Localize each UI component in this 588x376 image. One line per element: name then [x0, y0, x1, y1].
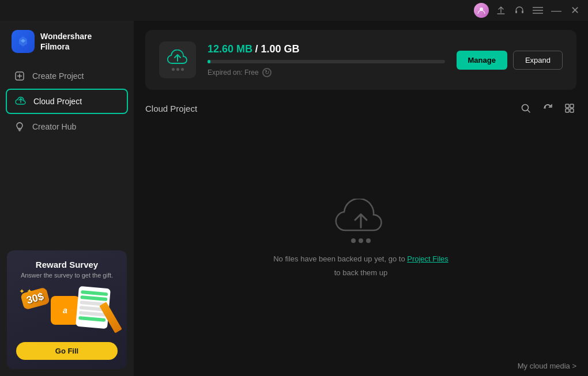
creator-hub-label: Creator Hub — [32, 122, 76, 131]
lightbulb-icon — [14, 121, 25, 132]
sidebar-item-create-project[interactable]: Create Project — [6, 64, 128, 88]
create-project-label: Create Project — [32, 71, 84, 81]
minimize-button[interactable]: — — [550, 4, 563, 17]
storage-card: 12.60 MB / 1.00 GB Expired on: Free ↻ Ma… — [145, 30, 576, 90]
storage-info: 12.60 MB / 1.00 GB Expired on: Free ↻ — [208, 43, 445, 77]
storage-actions: Manage Expand — [457, 51, 563, 70]
empty-state: No files have been backed up yet, go to … — [134, 122, 588, 356]
reward-subtitle: Answer the survey to get the gift. — [16, 272, 118, 279]
sidebar-item-creator-hub[interactable]: Creator Hub — [6, 115, 128, 138]
refresh-icon[interactable] — [541, 101, 555, 115]
section-title: Cloud Project — [145, 104, 197, 113]
project-files-link[interactable]: Project Files — [407, 255, 448, 263]
content-footer: My cloud media > — [134, 356, 588, 376]
svg-rect-17 — [570, 109, 574, 112]
reward-image: ✦ ✦ 30$ a — [16, 284, 118, 336]
storage-used: 12.60 MB — [208, 43, 252, 55]
empty-cloud-icon — [335, 199, 387, 243]
icon-base-dots — [351, 238, 371, 243]
cloud-upload-icon — [15, 96, 27, 107]
search-icon[interactable] — [519, 101, 533, 115]
headset-icon[interactable] — [513, 4, 526, 17]
svg-rect-14 — [566, 104, 569, 108]
upload-icon[interactable] — [495, 4, 507, 17]
my-cloud-media-link[interactable]: My cloud media > — [518, 362, 576, 370]
svg-point-6 — [22, 39, 24, 41]
svg-rect-2 — [522, 10, 523, 13]
manage-button[interactable]: Manage — [457, 51, 507, 70]
main-content: 12.60 MB / 1.00 GB Expired on: Free ↻ Ma… — [134, 21, 588, 376]
reward-survey-card: Reward Survey Answer the survey to get t… — [7, 250, 127, 369]
svg-rect-1 — [515, 10, 517, 13]
go-fill-button[interactable]: Go Fill — [16, 342, 118, 360]
logo-area: Wondershare Filmora — [0, 21, 134, 64]
window-controls: — ✕ — [474, 3, 581, 18]
svg-rect-15 — [570, 104, 574, 108]
icon-dots — [172, 68, 184, 71]
cloud-project-label: Cloud Project — [33, 97, 82, 106]
sidebar-nav: Create Project Cloud Project — [0, 64, 134, 138]
content-header: Cloud Project — [134, 97, 588, 122]
storage-expired-label: Expired on: Free ↻ — [208, 68, 445, 77]
storage-bar-fill — [208, 60, 210, 63]
plus-square-icon — [14, 70, 25, 82]
svg-rect-16 — [566, 109, 569, 112]
svg-line-13 — [527, 110, 530, 112]
app-name: Wondershare Filmora — [40, 31, 92, 52]
title-bar: — ✕ — [0, 0, 588, 21]
content-actions — [519, 101, 576, 115]
grid-view-icon[interactable] — [563, 101, 576, 115]
expand-button[interactable]: Expand — [513, 51, 563, 70]
menu-icon[interactable] — [532, 4, 544, 17]
sidebar: Wondershare Filmora Create Project — [0, 21, 134, 376]
storage-amounts: 12.60 MB / 1.00 GB — [208, 43, 445, 55]
refresh-icon[interactable]: ↻ — [262, 68, 272, 77]
cloud-storage-icon — [159, 41, 196, 78]
close-button[interactable]: ✕ — [568, 4, 581, 17]
app-logo — [12, 30, 35, 53]
empty-message: No files have been backed up yet, go to … — [273, 252, 448, 279]
avatar-icon[interactable] — [474, 3, 489, 18]
storage-separator-total: / 1.00 GB — [255, 43, 300, 55]
storage-progress-bar — [208, 60, 445, 63]
reward-title: Reward Survey — [16, 260, 118, 269]
amazon-logo: a — [51, 296, 80, 325]
sidebar-item-cloud-project[interactable]: Cloud Project — [6, 89, 128, 114]
